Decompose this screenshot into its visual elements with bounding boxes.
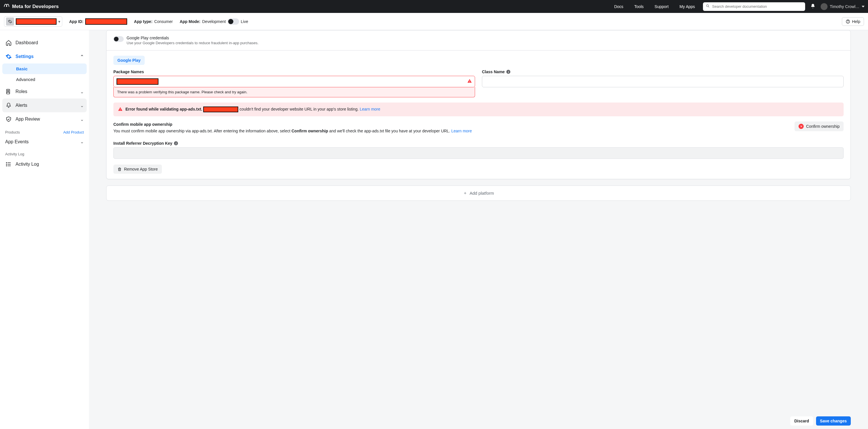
app-name-redacted <box>16 19 57 25</box>
sidebar-item-dashboard[interactable]: Dashboard <box>2 36 87 50</box>
button-label: Remove App Store <box>124 167 158 172</box>
learn-more-link[interactable]: Learn more <box>451 129 472 133</box>
install-referrer-field: Install Referrer Decryption Key i <box>113 141 844 159</box>
heading-label: Products <box>5 130 20 134</box>
search-input[interactable] <box>712 4 802 9</box>
app-selector[interactable]: ▾ <box>4 17 62 27</box>
class-name-label: Class Name i <box>482 69 844 74</box>
app-id-redacted <box>85 19 127 25</box>
package-name-redacted <box>117 79 158 85</box>
notifications-icon[interactable] <box>810 3 815 10</box>
app-info-bar: ▾ App ID: App type: Consumer App Mode: D… <box>0 13 868 30</box>
class-name-input[interactable] <box>482 76 844 87</box>
svg-point-5 <box>7 90 9 92</box>
label-text: Install Referrer Decryption Key <box>113 141 172 146</box>
user-menu[interactable]: Timothy Crowl… <box>820 3 865 10</box>
sidebar-item-app-review[interactable]: App Review ⌄ <box>2 112 87 126</box>
package-names-input[interactable] <box>113 76 475 87</box>
search-box[interactable] <box>703 2 805 11</box>
warning-icon <box>467 79 472 85</box>
discard-button[interactable]: Discard <box>790 417 813 426</box>
sidebar-item-label: Advanced <box>16 77 35 82</box>
gplay-credentials-title: Google Play credentials <box>127 36 259 40</box>
app-mode: App Mode: Development Live <box>180 19 248 25</box>
roles-icon <box>5 88 12 95</box>
gplay-credentials-toggle[interactable] <box>113 36 124 42</box>
sidebar-item-label: Activity Log <box>16 162 39 167</box>
products-heading: Products Add Product <box>2 126 87 135</box>
nav-myapps[interactable]: My Apps <box>679 4 695 9</box>
chevron-down-icon: ⌄ <box>80 103 84 108</box>
app-mode-toggle[interactable] <box>228 19 239 25</box>
package-names-error: There was a problem verifying this packa… <box>113 87 475 97</box>
gear-icon <box>6 18 14 26</box>
remove-app-store-button[interactable]: Remove App Store <box>113 164 162 174</box>
sidebar-item-label: Dashboard <box>16 40 38 45</box>
package-names-label: Package Names <box>113 69 475 74</box>
label-text: Class Name <box>482 69 505 74</box>
warning-icon <box>118 107 123 112</box>
sidebar-item-label: App Events <box>5 139 29 145</box>
gear-icon <box>5 53 12 60</box>
sidebar-item-settings[interactable]: Settings ⌃ <box>2 50 87 63</box>
heading-label: Activity Log <box>5 152 24 156</box>
sidebar: Dashboard Settings ⌃ Basic Advanced Role… <box>0 30 89 429</box>
package-classname-row: Package Names There was a problem verify… <box>113 69 844 97</box>
install-referrer-input <box>113 147 844 159</box>
chevron-up-icon: ⌃ <box>80 54 84 59</box>
app-mode-value: Development <box>202 19 226 24</box>
app-id-label: App ID: <box>69 19 84 24</box>
confirm-ownership-text: Confirm mobile app ownership You must co… <box>113 121 790 134</box>
sidebar-item-label: Settings <box>16 54 34 59</box>
gplay-credentials-desc: Use your Google Developers credentials t… <box>127 41 259 45</box>
confirm-heading: Confirm mobile app ownership <box>113 121 790 127</box>
sidebar-item-label: Roles <box>16 89 27 94</box>
google-play-tab-section: Google Play Package Names There was a pr… <box>106 51 850 179</box>
chevron-down-icon: ⌄ <box>80 117 84 122</box>
avatar <box>820 3 828 10</box>
sidebar-sub-basic[interactable]: Basic <box>2 63 87 74</box>
error-badge-icon: ✕ <box>799 124 804 129</box>
button-label: Confirm ownership <box>806 124 840 129</box>
gplay-credentials-section: Google Play credentials Use your Google … <box>106 30 850 51</box>
brand-logo[interactable]: Meta for Developers <box>3 3 59 10</box>
banner-redacted <box>203 106 238 112</box>
list-icon <box>5 161 12 168</box>
main-content: Google Play credentials Use your Google … <box>89 30 868 429</box>
learn-more-link[interactable]: Learn more <box>360 107 380 112</box>
info-icon[interactable]: i <box>506 70 510 74</box>
activity-log-heading: Activity Log <box>2 148 87 157</box>
nav-docs[interactable]: Docs <box>614 4 623 9</box>
app-type-label: App type: <box>134 19 153 24</box>
sidebar-item-roles[interactable]: Roles ⌄ <box>2 85 87 98</box>
sidebar-item-alerts[interactable]: Alerts ⌄ <box>2 98 87 112</box>
add-platform-button[interactable]: ＋ Add platform <box>106 185 851 201</box>
confirm-body-strong: Confirm ownership <box>291 129 328 133</box>
header-right: Timothy Crowl… <box>810 3 865 10</box>
nav-support[interactable]: Support <box>654 4 669 9</box>
confirm-body-2: and we'll check the app-ads.txt file you… <box>329 129 451 133</box>
confirm-ownership-button[interactable]: ✕ Confirm ownership <box>795 121 844 131</box>
sidebar-item-app-events[interactable]: App Events ⌄ <box>2 135 87 148</box>
caret-down-icon <box>862 5 865 8</box>
banner-prefix: Error found while validating app-ads.txt… <box>125 107 203 112</box>
svg-point-11 <box>6 166 7 166</box>
tab-google-play[interactable]: Google Play <box>113 56 145 65</box>
svg-point-0 <box>706 5 708 7</box>
app-id: App ID: <box>69 19 127 25</box>
help-label: Help <box>852 19 860 24</box>
save-button[interactable]: Save changes <box>816 417 851 426</box>
app-ads-error-banner: Error found while validating app-ads.txt… <box>113 102 844 116</box>
add-product-link[interactable]: Add Product <box>63 130 84 134</box>
google-play-card: Google Play credentials Use your Google … <box>106 30 851 179</box>
nav-tools[interactable]: Tools <box>634 4 644 9</box>
brand-text: Meta for Developers <box>12 4 59 9</box>
help-button[interactable]: Help <box>842 17 864 26</box>
info-icon[interactable]: i <box>174 141 178 145</box>
sidebar-item-label: Basic <box>16 66 28 71</box>
banner-text: Error found while validating app-ads.txt… <box>125 106 380 112</box>
sidebar-sub-advanced[interactable]: Advanced <box>2 74 87 85</box>
sidebar-item-activity-log[interactable]: Activity Log <box>2 157 87 171</box>
user-name: Timothy Crowl… <box>830 4 859 9</box>
help-icon <box>846 19 850 24</box>
